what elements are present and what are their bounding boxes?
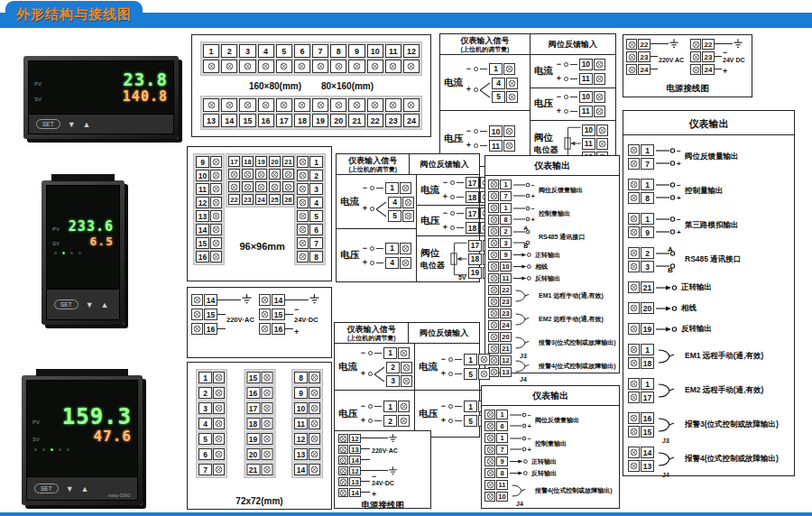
- jumper-label: J3: [662, 438, 669, 444]
- svg-text:B: B: [523, 243, 528, 248]
- terminal-16: 16: [628, 412, 654, 424]
- terminal-7: 7: [628, 158, 654, 170]
- minus-sign: −: [294, 306, 299, 314]
- terminal-column-3: 891011121314: [291, 369, 323, 478]
- terminal-22: 22: [626, 39, 651, 50]
- wire: [715, 69, 722, 69]
- terminal-number: 11: [579, 106, 593, 117]
- terminal-screw: [258, 98, 274, 112]
- sv-row: SV 47.6: [32, 429, 132, 444]
- terminal-2: 2: [488, 226, 512, 236]
- output-label: 阀位反馈量输出: [685, 152, 739, 162]
- wire-line-fork: +45: [362, 197, 414, 222]
- node-circle: [368, 404, 373, 409]
- output-row: 8反转输出: [484, 468, 616, 478]
- terminal-1: 1: [628, 378, 654, 390]
- terminal-stack: 117: [628, 378, 654, 403]
- terminal-17: 17: [276, 98, 292, 127]
- wire-pair: −+: [510, 410, 533, 431]
- screw-icon: [298, 62, 306, 70]
- wire: [285, 314, 293, 315]
- screw-icon: [353, 101, 361, 109]
- terminal-screw: [484, 480, 495, 490]
- terminal-3: 3: [198, 402, 225, 414]
- screw-icon: [400, 417, 408, 425]
- screw-icon: [261, 325, 269, 333]
- terminal-number: 1: [383, 401, 397, 412]
- terminal-screw: [367, 98, 383, 112]
- terminal-15: 15: [196, 237, 222, 249]
- connector-ab: AB: [656, 247, 683, 272]
- output-row: 18−+控制量输出: [628, 179, 789, 204]
- terminal-screw: [594, 91, 605, 103]
- terminal-screw: [210, 251, 222, 263]
- screw-icon: [630, 414, 638, 422]
- terminal-6: 6: [297, 224, 323, 235]
- terminal-screw: [261, 402, 272, 414]
- wiring-diagram: −1+2: [360, 401, 410, 427]
- signal-label: 电压: [534, 97, 553, 110]
- terminal-stack: 19: [628, 213, 654, 238]
- output-label: RS485 通讯接口: [539, 233, 585, 242]
- terminal-19: 19: [628, 323, 654, 335]
- output-row: 2324EM2 远程手动(通,有效): [488, 309, 616, 330]
- screw-icon: [193, 310, 201, 318]
- screw-icon: [212, 212, 220, 220]
- screw-icon: [263, 419, 271, 428]
- screw-icon: [402, 364, 411, 372]
- terminal-number: 20: [246, 448, 260, 460]
- screw-icon: [284, 183, 292, 191]
- output-row: 20相线: [628, 302, 789, 314]
- terminal-4: 4: [492, 78, 518, 89]
- terminal-number: 2: [221, 44, 237, 58]
- output-row: 1413J4报警4(位式控制或故障输出): [628, 447, 789, 472]
- terminal-screw: [297, 197, 309, 208]
- screw-icon: [490, 216, 498, 224]
- terminal-stack: 9: [484, 456, 508, 466]
- screw-icon: [310, 373, 318, 382]
- terminal-screw: [348, 98, 364, 112]
- wire-pair: −+: [656, 144, 683, 170]
- screw-icon: [263, 373, 271, 382]
- input-table-header: 仪表输入信号(上位机的调节量)阀位反馈输入: [335, 323, 479, 344]
- signal-label-2: 电位器: [534, 144, 558, 156]
- terminal-number: 18: [468, 253, 482, 265]
- screw-icon: [317, 62, 325, 70]
- screw-icon: [215, 435, 223, 443]
- output-label: 控制量输出: [685, 186, 724, 197]
- output-label: 控制量输出: [535, 439, 567, 448]
- screw-icon: [630, 215, 638, 223]
- terminal-number: 16: [204, 323, 217, 335]
- screw-icon: [595, 60, 604, 69]
- screw-icon: [630, 462, 638, 470]
- terminal-screw: [690, 39, 701, 50]
- terminal-6: 6: [198, 448, 225, 460]
- output-label: 报警4(位式控制或故障输出): [685, 454, 779, 465]
- signal-label: 电流: [340, 196, 359, 208]
- terminal-number: 19: [468, 267, 482, 279]
- wire-line-fork: +23: [360, 362, 412, 387]
- wire: [361, 481, 370, 482]
- terminal-21: 21: [246, 464, 272, 475]
- terminal-screw: [628, 426, 640, 438]
- terminal-13: 13: [628, 460, 654, 472]
- terminal-screw: [309, 464, 320, 475]
- screw-icon: [299, 226, 307, 234]
- output-row: 19反转输出: [628, 323, 789, 335]
- terminal-11: 11: [294, 418, 320, 429]
- terminal-screw: [213, 402, 225, 414]
- terminal-11: 11: [196, 183, 222, 195]
- terminal-screw: [259, 323, 271, 335]
- input-table-header: 仪表输入信号(上位机的调节量)阀位反馈输入: [440, 34, 615, 55]
- input-header-left: 仪表输入信号(上位机的调节量): [337, 154, 410, 174]
- wire-line: +11: [556, 106, 605, 117]
- terminal-stack: 19: [628, 323, 654, 335]
- screw-icon: [508, 79, 516, 88]
- terminal-screw: [309, 387, 320, 399]
- connector-arrow: [656, 282, 679, 293]
- terminal-14: 14: [196, 224, 222, 235]
- screw-icon: [630, 325, 638, 333]
- connector-pm: −+: [513, 180, 537, 201]
- sign: +: [466, 142, 472, 150]
- terminal-screw: [594, 106, 605, 117]
